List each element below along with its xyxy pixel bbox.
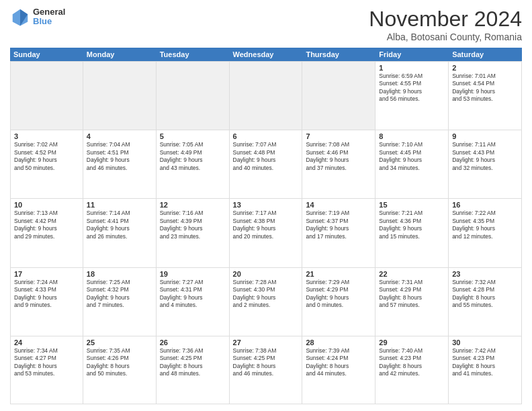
day-number: 28 [306, 338, 371, 347]
day-number: 18 [87, 270, 152, 278]
header-day-wednesday: Wednesday [230, 48, 303, 61]
day-number: 8 [379, 132, 445, 140]
day-number: 27 [233, 338, 299, 347]
cal-cell-w3-d1: 10Sunrise: 7:13 AM Sunset: 4:42 PM Dayli… [10, 199, 83, 267]
week-row-5: 24Sunrise: 7:34 AM Sunset: 4:27 PM Dayli… [10, 336, 522, 404]
day-info: Sunrise: 6:59 AM Sunset: 4:55 PM Dayligh… [379, 73, 445, 103]
cal-cell-w2-d7: 9Sunrise: 7:11 AM Sunset: 4:43 PM Daylig… [449, 130, 522, 198]
day-info: Sunrise: 7:17 AM Sunset: 4:38 PM Dayligh… [233, 210, 299, 240]
day-info: Sunrise: 7:32 AM Sunset: 4:28 PM Dayligh… [452, 279, 518, 310]
cal-cell-w4-d4: 20Sunrise: 7:28 AM Sunset: 4:30 PM Dayli… [230, 268, 303, 336]
day-number: 26 [160, 338, 226, 347]
day-info: Sunrise: 7:38 AM Sunset: 4:25 PM Dayligh… [233, 347, 299, 378]
week-row-4: 17Sunrise: 7:24 AM Sunset: 4:33 PM Dayli… [10, 267, 522, 336]
cal-cell-w3-d2: 11Sunrise: 7:14 AM Sunset: 4:41 PM Dayli… [83, 199, 157, 267]
cal-cell-w4-d1: 17Sunrise: 7:24 AM Sunset: 4:33 PM Dayli… [10, 268, 83, 336]
day-number: 7 [306, 132, 371, 140]
header-day-monday: Monday [83, 48, 157, 61]
day-number: 30 [452, 338, 518, 347]
day-info: Sunrise: 7:36 AM Sunset: 4:25 PM Dayligh… [160, 347, 226, 378]
cal-cell-w5-d6: 29Sunrise: 7:40 AM Sunset: 4:23 PM Dayli… [375, 336, 449, 404]
day-info: Sunrise: 7:31 AM Sunset: 4:29 PM Dayligh… [379, 279, 445, 310]
location: Alba, Botosani County, Romania [369, 32, 522, 42]
header-day-saturday: Saturday [449, 48, 522, 61]
day-number: 19 [160, 270, 226, 278]
day-info: Sunrise: 7:10 AM Sunset: 4:45 PM Dayligh… [379, 141, 445, 172]
day-number: 17 [14, 270, 79, 278]
day-info: Sunrise: 7:28 AM Sunset: 4:30 PM Dayligh… [233, 279, 299, 310]
logo-text: General Blue [33, 7, 65, 27]
day-number: 14 [306, 201, 371, 209]
cal-cell-w1-d2 [83, 62, 157, 130]
day-number: 12 [160, 201, 226, 209]
logo-line1: General [33, 7, 65, 17]
cal-cell-w1-d6: 1Sunrise: 6:59 AM Sunset: 4:55 PM Daylig… [375, 62, 449, 130]
day-info: Sunrise: 7:40 AM Sunset: 4:23 PM Dayligh… [379, 347, 445, 378]
day-info: Sunrise: 7:22 AM Sunset: 4:35 PM Dayligh… [452, 210, 518, 240]
day-info: Sunrise: 7:16 AM Sunset: 4:39 PM Dayligh… [160, 210, 226, 240]
cal-cell-w1-d3 [157, 62, 230, 130]
page: General Blue November 2024 Alba, Botosan… [0, 0, 532, 411]
day-number: 11 [87, 201, 152, 209]
header-day-thursday: Thursday [302, 48, 375, 61]
cal-cell-w3-d5: 14Sunrise: 7:19 AM Sunset: 4:37 PM Dayli… [302, 199, 375, 267]
day-info: Sunrise: 7:19 AM Sunset: 4:37 PM Dayligh… [306, 210, 371, 240]
day-info: Sunrise: 7:25 AM Sunset: 4:32 PM Dayligh… [87, 279, 152, 310]
calendar: SundayMondayTuesdayWednesdayThursdayFrid… [10, 48, 522, 404]
day-number: 24 [14, 338, 79, 347]
cal-cell-w2-d1: 3Sunrise: 7:02 AM Sunset: 4:52 PM Daylig… [10, 130, 83, 198]
header: General Blue November 2024 Alba, Botosan… [10, 7, 522, 42]
header-day-tuesday: Tuesday [157, 48, 230, 61]
day-info: Sunrise: 7:14 AM Sunset: 4:41 PM Dayligh… [87, 210, 152, 240]
title-block: November 2024 Alba, Botosani County, Rom… [369, 7, 522, 42]
day-info: Sunrise: 7:27 AM Sunset: 4:31 PM Dayligh… [160, 279, 226, 310]
cal-cell-w2-d3: 5Sunrise: 7:05 AM Sunset: 4:49 PM Daylig… [157, 130, 230, 198]
cal-cell-w3-d6: 15Sunrise: 7:21 AM Sunset: 4:36 PM Dayli… [375, 199, 449, 267]
cal-cell-w5-d2: 25Sunrise: 7:35 AM Sunset: 4:26 PM Dayli… [83, 336, 157, 404]
day-info: Sunrise: 7:01 AM Sunset: 4:54 PM Dayligh… [452, 73, 518, 103]
cal-cell-w2-d4: 6Sunrise: 7:07 AM Sunset: 4:48 PM Daylig… [230, 130, 303, 198]
day-info: Sunrise: 7:24 AM Sunset: 4:33 PM Dayligh… [14, 279, 79, 310]
day-number: 15 [379, 201, 445, 209]
cal-cell-w1-d5 [302, 62, 375, 130]
cal-cell-w1-d1 [10, 62, 83, 130]
logo: General Blue [10, 7, 65, 27]
calendar-body: 1Sunrise: 6:59 AM Sunset: 4:55 PM Daylig… [10, 61, 522, 404]
cal-cell-w5-d3: 26Sunrise: 7:36 AM Sunset: 4:25 PM Dayli… [157, 336, 230, 404]
day-info: Sunrise: 7:02 AM Sunset: 4:52 PM Dayligh… [14, 141, 79, 172]
day-info: Sunrise: 7:07 AM Sunset: 4:48 PM Dayligh… [233, 141, 299, 172]
day-number: 3 [14, 132, 79, 140]
cal-cell-w5-d7: 30Sunrise: 7:42 AM Sunset: 4:23 PM Dayli… [449, 336, 522, 404]
day-number: 2 [452, 64, 518, 72]
cal-cell-w2-d5: 7Sunrise: 7:08 AM Sunset: 4:46 PM Daylig… [302, 130, 375, 198]
header-day-friday: Friday [375, 48, 449, 61]
cal-cell-w4-d2: 18Sunrise: 7:25 AM Sunset: 4:32 PM Dayli… [83, 268, 157, 336]
day-info: Sunrise: 7:05 AM Sunset: 4:49 PM Dayligh… [160, 141, 226, 172]
day-info: Sunrise: 7:08 AM Sunset: 4:46 PM Dayligh… [306, 141, 371, 172]
cal-cell-w4-d7: 23Sunrise: 7:32 AM Sunset: 4:28 PM Dayli… [449, 268, 522, 336]
day-number: 21 [306, 270, 371, 278]
cal-cell-w1-d4 [230, 62, 303, 130]
cal-cell-w5-d1: 24Sunrise: 7:34 AM Sunset: 4:27 PM Dayli… [10, 336, 83, 404]
cal-cell-w2-d6: 8Sunrise: 7:10 AM Sunset: 4:45 PM Daylig… [375, 130, 449, 198]
cal-cell-w1-d7: 2Sunrise: 7:01 AM Sunset: 4:54 PM Daylig… [449, 62, 522, 130]
day-info: Sunrise: 7:29 AM Sunset: 4:29 PM Dayligh… [306, 279, 371, 310]
logo-line2: Blue [33, 17, 65, 26]
month-title: November 2024 [369, 7, 522, 32]
cal-cell-w3-d7: 16Sunrise: 7:22 AM Sunset: 4:35 PM Dayli… [449, 199, 522, 267]
day-number: 25 [87, 338, 152, 347]
day-number: 20 [233, 270, 299, 278]
day-info: Sunrise: 7:11 AM Sunset: 4:43 PM Dayligh… [452, 141, 518, 172]
calendar-header: SundayMondayTuesdayWednesdayThursdayFrid… [10, 48, 522, 61]
cal-cell-w5-d5: 28Sunrise: 7:39 AM Sunset: 4:24 PM Dayli… [302, 336, 375, 404]
cal-cell-w5-d4: 27Sunrise: 7:38 AM Sunset: 4:25 PM Dayli… [230, 336, 303, 404]
day-info: Sunrise: 7:42 AM Sunset: 4:23 PM Dayligh… [452, 347, 518, 378]
week-row-2: 3Sunrise: 7:02 AM Sunset: 4:52 PM Daylig… [10, 130, 522, 198]
day-number: 5 [160, 132, 226, 140]
week-row-3: 10Sunrise: 7:13 AM Sunset: 4:42 PM Dayli… [10, 198, 522, 267]
day-number: 13 [233, 201, 299, 209]
day-number: 1 [379, 64, 445, 72]
cal-cell-w3-d4: 13Sunrise: 7:17 AM Sunset: 4:38 PM Dayli… [230, 199, 303, 267]
day-number: 23 [452, 270, 518, 278]
day-number: 16 [452, 201, 518, 209]
